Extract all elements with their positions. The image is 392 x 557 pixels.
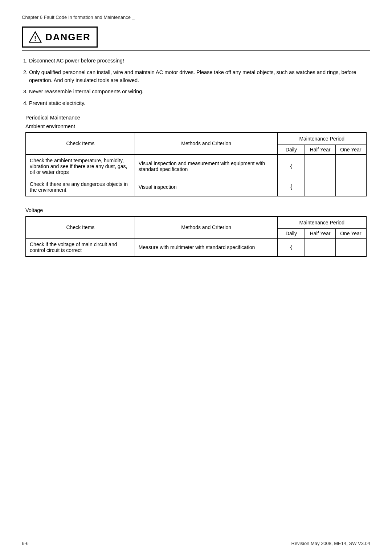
- voltage-half-1: [305, 238, 335, 256]
- ambient-methods-2: Visual inspection: [135, 178, 278, 196]
- list-item-3: Never reassemble internal components or …: [29, 88, 370, 96]
- voltage-one-year-header: One Year: [335, 228, 366, 238]
- one-year-header: One Year: [335, 145, 366, 154]
- voltage-check-items-header: Check Items: [26, 216, 135, 238]
- footer-page-number: 6-6: [22, 541, 29, 546]
- ambient-one-2: [335, 178, 366, 196]
- ambient-title: Ambient environment: [25, 123, 370, 129]
- danger-list: Disconnect AC power before processing! O…: [22, 57, 370, 107]
- voltage-check-1: Check if the voltage of main circuit and…: [26, 238, 135, 256]
- ambient-table: Check Items Methods and Criterion Mainte…: [25, 132, 367, 196]
- voltage-title: Voltage: [25, 207, 370, 213]
- voltage-one-1: [335, 238, 366, 256]
- danger-divider: [22, 50, 370, 51]
- warning-icon: !: [29, 31, 42, 44]
- ambient-half-2: [305, 178, 335, 196]
- voltage-half-year-header: Half Year: [305, 228, 335, 238]
- table-row: Check the ambient temperature, humidity,…: [26, 154, 366, 178]
- ambient-methods-1: Visual inspection and measurement with e…: [135, 154, 278, 178]
- ambient-one-1: [335, 154, 366, 178]
- list-item-4: Prevent static electricity.: [29, 99, 370, 107]
- svg-text:!: !: [34, 35, 36, 42]
- voltage-maintenance-period-header: Maintenance Period: [278, 216, 366, 228]
- table-row: Check if the voltage of main circuit and…: [26, 238, 366, 256]
- page-footer: 6-6 Revision May 2008, ME14, SW V3.04: [22, 541, 370, 546]
- methods-header: Methods and Criterion: [135, 133, 278, 154]
- danger-box: ! DANGER: [22, 27, 98, 48]
- ambient-half-1: [305, 154, 335, 178]
- voltage-methods-header: Methods and Criterion: [135, 216, 278, 238]
- ambient-daily-2: {: [278, 178, 305, 196]
- maintenance-period-header: Maintenance Period: [278, 133, 366, 145]
- half-year-header: Half Year: [305, 145, 335, 154]
- check-items-header: Check Items: [26, 133, 135, 154]
- periodical-title: Periodical Maintenance: [25, 115, 370, 121]
- table-row: Check if there are any dangerous objects…: [26, 178, 366, 196]
- danger-label: DANGER: [45, 32, 91, 43]
- ambient-check-2: Check if there are any dangerous objects…: [26, 178, 135, 196]
- voltage-header-row: Check Items Methods and Criterion Mainte…: [26, 216, 366, 228]
- daily-header: Daily: [278, 145, 305, 154]
- list-item-1: Disconnect AC power before processing!: [29, 57, 370, 65]
- list-item-2: Only qualified personnel can install, wi…: [29, 69, 370, 85]
- chapter-header: Chapter 6 Fault Code In formation and Ma…: [22, 15, 370, 20]
- voltage-daily-1: {: [278, 238, 305, 256]
- ambient-daily-1: {: [278, 154, 305, 178]
- ambient-header-row: Check Items Methods and Criterion Mainte…: [26, 133, 366, 145]
- voltage-daily-header: Daily: [278, 228, 305, 238]
- ambient-check-1: Check the ambient temperature, humidity,…: [26, 154, 135, 178]
- voltage-table: Check Items Methods and Criterion Mainte…: [25, 216, 367, 257]
- footer-revision: Revision May 2008, ME14, SW V3.04: [291, 541, 371, 546]
- voltage-methods-1: Measure with multimeter with standard sp…: [135, 238, 278, 256]
